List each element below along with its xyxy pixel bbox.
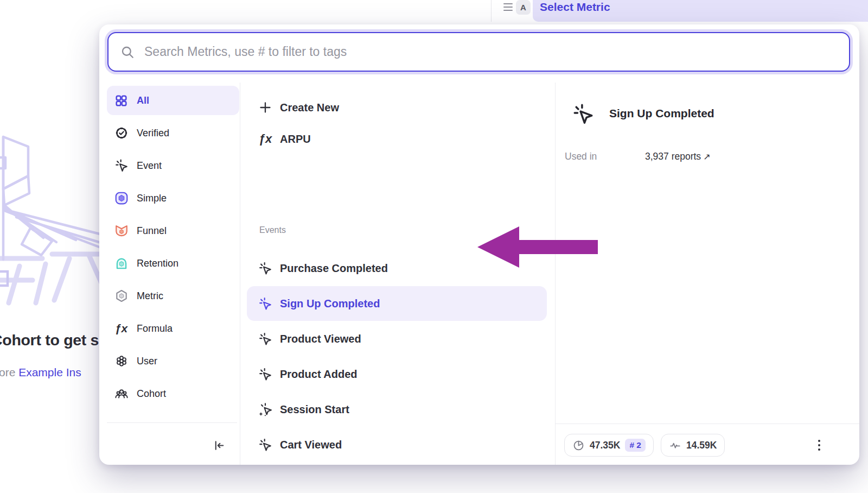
decorative-wireframe-illustration (0, 124, 108, 308)
sidebar-item-label: User (137, 356, 157, 367)
metric-item-label: ARPU (280, 133, 311, 146)
event-item-selected[interactable]: Sign Up Completed (247, 286, 547, 321)
grid-icon (114, 93, 129, 108)
event-item-label: Purchase Completed (280, 262, 388, 275)
metric-list: Create New ƒx ARPU Events Purchase Compl… (240, 83, 555, 465)
event-item[interactable]: Product Viewed (240, 321, 555, 356)
sidebar-item-verified[interactable]: Verified (107, 118, 239, 148)
sidebar-item-user[interactable]: User (107, 346, 239, 376)
event-item-label: Cart Viewed (280, 439, 342, 451)
metric-position-badge: A (516, 0, 531, 15)
retention-icon (114, 256, 129, 271)
search-icon (120, 45, 135, 59)
funnel-icon (114, 224, 129, 238)
event-icon (572, 103, 595, 125)
used-in-label: Used in (565, 151, 645, 162)
subline-prefix: ore (0, 366, 18, 378)
events-section-header: Events (259, 225, 286, 235)
stat-value: 14.59K (686, 440, 717, 451)
pie-chart-icon (572, 439, 585, 452)
collapse-sidebar-button[interactable] (207, 435, 231, 455)
event-item[interactable]: Purchase Completed (240, 251, 555, 286)
event-item-label: Product Added (280, 368, 358, 381)
external-link-icon: ↗ (703, 152, 710, 161)
sidebar-item-label: Funnel (137, 225, 167, 237)
sidebar-item-label: Retention (137, 258, 178, 269)
divider (556, 424, 859, 424)
metric-type-sidebar: All Verified Event Simple (107, 86, 239, 412)
event-icon (258, 296, 272, 311)
event-icon (258, 438, 272, 452)
simple-icon (114, 191, 129, 206)
sidebar-item-label: Cohort (137, 388, 166, 400)
sidebar-item-label: Event (137, 160, 162, 172)
sidebar-item-retention[interactable]: Retention (107, 249, 239, 278)
sidebar-item-label: Metric (137, 290, 163, 302)
metric-item-arpu[interactable]: ƒx ARPU (240, 123, 555, 155)
sidebar-item-all[interactable]: All (107, 86, 239, 115)
event-icon (258, 261, 272, 275)
plus-icon (258, 100, 272, 115)
event-item[interactable]: Product Added (240, 357, 555, 391)
user-icon (114, 354, 129, 369)
event-icon (258, 367, 272, 381)
formula-icon: ƒx (258, 132, 272, 146)
sidebar-item-metric[interactable]: Metric (107, 281, 239, 311)
used-in-row: Used in 3,937 reports↗ (565, 151, 847, 162)
background-headline-fragment: Cohort to get s (0, 331, 99, 349)
unique-count-stat-pill[interactable]: 14.59K (661, 434, 725, 457)
select-metric-row[interactable]: Select Metric (533, 0, 868, 22)
sidebar-item-cohort[interactable]: Cohort (107, 379, 239, 408)
event-item[interactable]: [Auto] Page View (240, 463, 555, 465)
sidebar-item-label: Formula (137, 323, 173, 334)
sidebar-item-simple[interactable]: Simple (107, 184, 239, 213)
create-new-label: Create New (280, 102, 339, 114)
verified-icon (114, 126, 129, 141)
event-item-label: Session Start (280, 403, 349, 416)
event-star-icon (258, 402, 272, 416)
event-item-label: Sign Up Completed (280, 298, 380, 310)
metric-picker-dialog: All Verified Event Simple (99, 24, 859, 465)
sidebar-item-formula[interactable]: ƒx Formula (107, 314, 239, 343)
used-in-reports-link[interactable]: 3,937 reports↗ (645, 151, 711, 162)
drag-handle-icon[interactable] (503, 3, 513, 11)
metric-search-box[interactable] (107, 32, 850, 72)
divider (555, 83, 556, 465)
event-icon (114, 159, 129, 173)
event-item[interactable]: Cart Viewed (240, 427, 555, 462)
search-input[interactable] (135, 45, 849, 59)
sidebar-item-funnel[interactable]: Funnel (107, 216, 239, 245)
panel-border (491, 0, 492, 22)
sidebar-item-label: All (137, 95, 149, 106)
event-item-label: Product Viewed (280, 333, 361, 345)
divider (107, 422, 237, 423)
metric-detail-title: Sign Up Completed (609, 107, 714, 120)
create-new-button[interactable]: Create New (240, 92, 555, 123)
sidebar-item-label: Simple (137, 193, 167, 204)
stat-value: 47.35K (590, 440, 620, 451)
cohort-icon (114, 387, 129, 401)
event-item[interactable]: Session Start (240, 392, 555, 427)
pulse-icon (669, 439, 681, 452)
rank-badge: # 2 (625, 439, 646, 452)
sidebar-item-label: Verified (137, 128, 169, 139)
event-icon (258, 332, 272, 346)
formula-icon: ƒx (114, 321, 129, 336)
kebab-menu-icon[interactable] (812, 435, 826, 455)
metric-icon (114, 289, 129, 304)
select-metric-label: Select Metric (540, 1, 610, 14)
background-subline: ore Example Ins (0, 366, 81, 379)
collapse-left-icon (212, 439, 226, 452)
example-insights-link[interactable]: Example Ins (18, 366, 81, 378)
sidebar-item-event[interactable]: Event (107, 151, 239, 180)
total-count-stat-pill[interactable]: 47.35K # 2 (564, 434, 654, 457)
